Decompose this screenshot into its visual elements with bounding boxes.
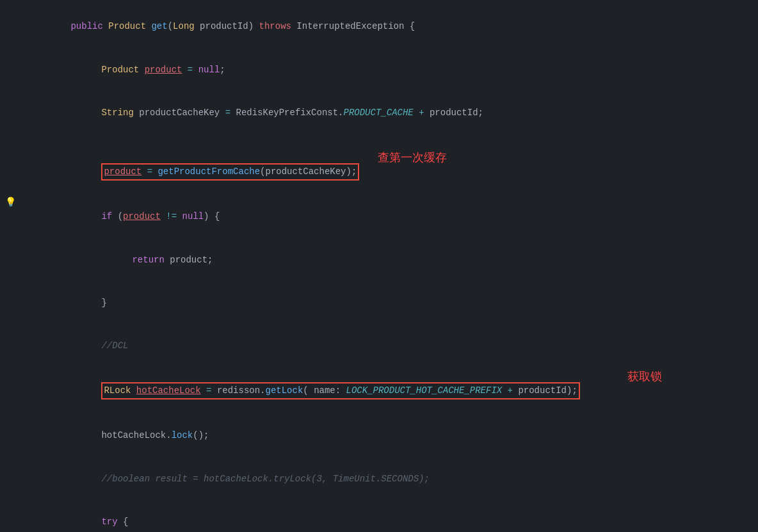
code-line-5: product = getProductFromCache(productCac… (0, 149, 758, 195)
code-line-1: public Product get(Long productId) throw… (0, 5, 758, 48)
lightbulb-icon: 💡 (5, 195, 16, 209)
code-line-6: if (product != null) { (0, 195, 758, 238)
code-line-11: hotCacheLock.lock(); (0, 414, 758, 457)
code-line-13: try { (0, 500, 758, 532)
code-line-2: Product product = null; (0, 48, 758, 91)
code-line-7: return product; (0, 238, 758, 281)
code-line-3: String productCacheKey = RedisKeyPrefixC… (0, 91, 758, 134)
code-line-4 (0, 134, 758, 149)
code-line-9: //DCL (0, 325, 758, 367)
code-line-10: RLock hotCacheLock = redisson.getLock( n… (0, 367, 758, 414)
code-line-12: //boolean result = hotCacheLock.tryLock(… (0, 457, 758, 500)
code-line-8: } (0, 281, 758, 324)
code-container: public Product get(Long productId) throw… (0, 0, 758, 532)
